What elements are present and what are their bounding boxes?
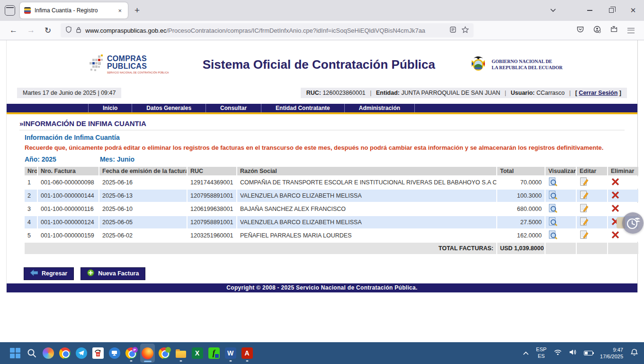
cell-razon: PEÑAFIEL PARRALES MARIA LOURDES: [237, 229, 496, 242]
battery-icon[interactable]: [584, 351, 593, 355]
editar-icon[interactable]: [580, 181, 589, 188]
new-tab-button[interactable]: +: [134, 5, 140, 16]
bookmark-star-icon[interactable]: [462, 26, 469, 35]
floating-timer-widget[interactable]: [622, 212, 644, 234]
nav-item-datos-generales[interactable]: Datos Generales: [132, 104, 206, 112]
total-facturas-value: USD 1,039.8000: [497, 243, 545, 254]
remote-desktop-icon[interactable]: [107, 344, 122, 363]
eliminar-icon[interactable]: [611, 194, 620, 201]
main-nav: Inicio Datos Generales Consultar Entidad…: [7, 104, 637, 112]
start-button[interactable]: [8, 344, 22, 363]
reload-button[interactable]: ↻: [40, 26, 56, 36]
chrome-icon[interactable]: [57, 344, 72, 363]
datetime-box: Martes 17 de Junio de 2025 | 09:47: [17, 88, 121, 98]
user-session-box: RUC: 1260023860001 | Entidad: JUNTA PARR…: [301, 88, 627, 98]
entity-value: JUNTA PARROQUIAL DE SAN JUAN: [401, 90, 500, 96]
cell-ruc: 1206199638001: [188, 203, 236, 215]
invoice-app-icon[interactable]: f: [206, 344, 221, 363]
firefox-view-icon[interactable]: [5, 5, 15, 16]
table-row: 1 001-060-000000098 2025-06-16 129174436…: [25, 176, 638, 189]
browser-toolbar: ← → ↻ www.compraspublicas.gob.ec/Proceso…: [0, 21, 644, 40]
volume-icon[interactable]: [569, 349, 577, 357]
close-button[interactable]: ✕: [622, 0, 644, 21]
nav-item-administracion[interactable]: Administración: [345, 104, 415, 112]
editar-icon[interactable]: [580, 221, 589, 228]
wifi-icon[interactable]: [554, 349, 562, 357]
nav-item-entidad-contratante[interactable]: Entidad Contratante: [261, 104, 345, 112]
lock-icon[interactable]: [76, 27, 81, 35]
taskbar-search-icon[interactable]: [24, 344, 39, 363]
browser-tab[interactable]: Infima Cuantía - Registro ×: [20, 2, 128, 18]
word-icon[interactable]: W: [223, 344, 238, 363]
eliminar-icon[interactable]: [611, 181, 620, 188]
back-button[interactable]: ←: [5, 26, 22, 35]
invoices-table: Nro Nro. Factura Fecha de emisión de la …: [24, 166, 639, 255]
language-indicator[interactable]: ESP ES: [536, 346, 546, 360]
extensions-puzzle-icon[interactable]: [610, 26, 618, 35]
tray-clock[interactable]: 9:47 17/6/2025: [600, 346, 623, 360]
visualizar-icon[interactable]: [548, 221, 557, 228]
reader-view-icon[interactable]: [450, 27, 456, 34]
cell-total: 70.0000: [497, 176, 545, 189]
visualizar-icon[interactable]: [548, 194, 557, 201]
cell-total: 27.5000: [497, 216, 545, 228]
editar-icon[interactable]: [580, 208, 589, 214]
file-explorer-icon[interactable]: [173, 344, 188, 363]
restore-button[interactable]: [600, 0, 622, 21]
warning-text: Recuerde que, únicamente podrá editar o …: [25, 144, 625, 152]
regresar-button[interactable]: Regresar: [24, 267, 74, 280]
chrome-profile-p-icon[interactable]: P: [124, 344, 138, 363]
logout-link[interactable]: Cerrar Sesión: [579, 90, 617, 96]
cell-factura: 001-100-000000159: [38, 229, 98, 242]
cell-nro: 3: [25, 203, 37, 215]
chrome-profile-2-icon[interactable]: [157, 344, 171, 363]
nav-item-consultar[interactable]: Consultar: [206, 104, 261, 112]
url-text[interactable]: www.compraspublicas.gob.ec/ProcesoContra…: [85, 27, 446, 34]
menu-hamburger-icon[interactable]: [627, 28, 635, 33]
visualizar-icon[interactable]: [548, 208, 557, 214]
eliminar-icon[interactable]: [611, 208, 620, 214]
pocket-icon[interactable]: [577, 26, 584, 35]
notification-bell-icon[interactable]: z: [630, 348, 638, 358]
gov-text-line2: LA REPUBLICA DEL ECUADOR: [492, 64, 563, 71]
cell-fecha: 2025-06-16: [99, 176, 187, 189]
cell-total: 680.0000: [497, 203, 545, 215]
tray-chevron-up-icon[interactable]: [523, 349, 529, 357]
editar-icon[interactable]: [580, 194, 589, 201]
telegram-icon[interactable]: [74, 344, 89, 363]
minimize-button[interactable]: [579, 0, 600, 21]
col-header-factura: Nro. Factura: [38, 167, 98, 175]
tray-date: 17/6/2025: [600, 353, 623, 360]
recycle-bin-icon[interactable]: [90, 344, 105, 363]
copilot-icon[interactable]: [41, 344, 55, 363]
cell-factura: 001-100-000000116: [38, 203, 98, 215]
editar-icon[interactable]: [580, 234, 589, 241]
logo-text-line2: PUBLICAS: [107, 63, 169, 70]
acrobat-icon[interactable]: A: [240, 344, 254, 363]
cell-total: 162.0000: [497, 229, 545, 242]
account-icon[interactable]: [593, 26, 601, 35]
table-row: 2 001-100-000000144 2025-06-13 120795889…: [25, 190, 638, 202]
firefox-icon[interactable]: [140, 344, 155, 363]
excel-icon[interactable]: X: [190, 344, 205, 363]
visualizar-icon[interactable]: [548, 234, 557, 241]
entity-label: Entidad:: [376, 90, 400, 96]
windows-taskbar: P X f W A ESP ES 9:47 17/6/2025 z: [0, 342, 644, 364]
back-arrow-icon: [30, 270, 38, 277]
visualizar-icon[interactable]: [548, 181, 557, 188]
tab-list-chevron-icon[interactable]: [550, 7, 556, 15]
tab-title: Infima Cuantía - Registro: [35, 7, 116, 14]
col-header-nro: Nro: [25, 167, 37, 175]
nueva-factura-button[interactable]: Nueva Factura: [80, 267, 145, 280]
col-header-fecha: Fecha de emisión de la factura: [99, 167, 187, 175]
gov-text-line1: GOBIERNO NACIONAL DE: [492, 58, 563, 64]
tab-close-icon[interactable]: ×: [116, 6, 124, 15]
shield-icon[interactable]: [65, 26, 72, 35]
url-bar[interactable]: www.compraspublicas.gob.ec/ProcesoContra…: [61, 23, 474, 37]
section-title: Información de Infima Cuantía: [25, 134, 625, 141]
nav-item-inicio[interactable]: Inicio: [88, 104, 132, 112]
gold-accent-bar: [7, 112, 637, 114]
eliminar-icon[interactable]: [611, 234, 620, 241]
browser-tab-bar: Infima Cuantía - Registro × + ✕: [0, 0, 644, 21]
table-total-row: TOTAL FACTURAS: USD 1,039.8000: [25, 243, 638, 254]
